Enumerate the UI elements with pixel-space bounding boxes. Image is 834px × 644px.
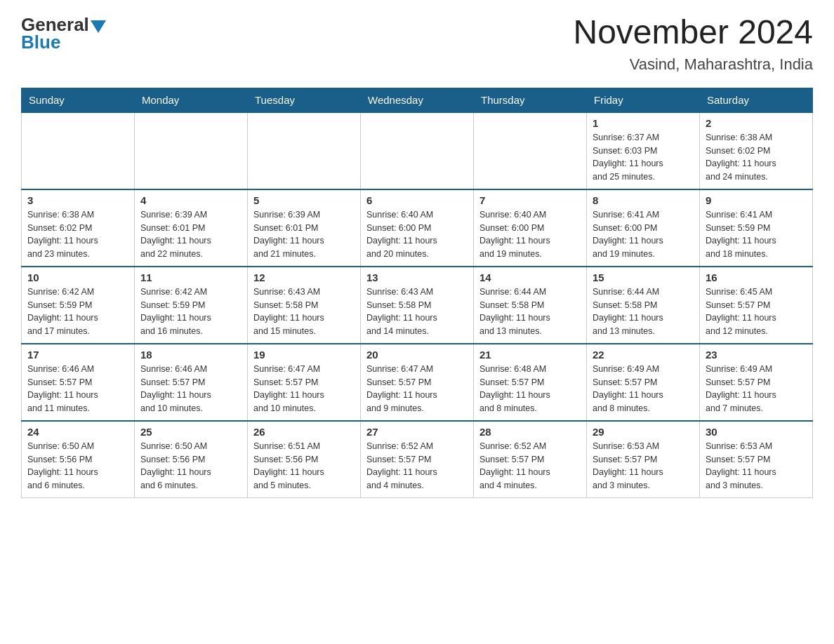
day-number: 10 xyxy=(27,271,128,283)
logo-arrow-icon xyxy=(91,20,106,34)
day-header-monday: Monday xyxy=(135,88,248,112)
day-info: Sunrise: 6:39 AMSunset: 6:01 PMDaylight:… xyxy=(140,210,211,259)
calendar-cell: 28Sunrise: 6:52 AMSunset: 5:57 PMDayligh… xyxy=(474,421,587,498)
day-info: Sunrise: 6:39 AMSunset: 6:01 PMDaylight:… xyxy=(253,210,324,259)
day-info: Sunrise: 6:49 AMSunset: 5:57 PMDaylight:… xyxy=(593,364,663,413)
month-title: November 2024 xyxy=(573,14,813,51)
day-info: Sunrise: 6:52 AMSunset: 5:57 PMDaylight:… xyxy=(366,441,437,490)
day-header-sunday: Sunday xyxy=(22,88,135,112)
day-info: Sunrise: 6:41 AMSunset: 6:00 PMDaylight:… xyxy=(593,210,663,259)
calendar-cell: 11Sunrise: 6:42 AMSunset: 5:59 PMDayligh… xyxy=(135,267,248,344)
calendar-cell: 4Sunrise: 6:39 AMSunset: 6:01 PMDaylight… xyxy=(135,189,248,267)
calendar-cell: 25Sunrise: 6:50 AMSunset: 5:56 PMDayligh… xyxy=(135,421,248,498)
day-number: 21 xyxy=(479,349,581,361)
calendar-cell: 15Sunrise: 6:44 AMSunset: 5:58 PMDayligh… xyxy=(587,267,700,344)
day-info: Sunrise: 6:47 AMSunset: 5:57 PMDaylight:… xyxy=(366,364,437,413)
calendar-cell xyxy=(248,112,361,189)
day-info: Sunrise: 6:50 AMSunset: 5:56 PMDaylight:… xyxy=(27,441,98,490)
day-number: 29 xyxy=(593,426,694,438)
day-info: Sunrise: 6:37 AMSunset: 6:03 PMDaylight:… xyxy=(593,133,663,182)
calendar-cell: 23Sunrise: 6:49 AMSunset: 5:57 PMDayligh… xyxy=(700,344,813,421)
calendar-cell: 19Sunrise: 6:47 AMSunset: 5:57 PMDayligh… xyxy=(248,344,361,421)
day-header-tuesday: Tuesday xyxy=(248,88,361,112)
logo-blue-text: Blue xyxy=(21,32,60,53)
day-number: 12 xyxy=(253,271,355,283)
day-info: Sunrise: 6:50 AMSunset: 5:56 PMDaylight:… xyxy=(140,441,211,490)
calendar-cell: 29Sunrise: 6:53 AMSunset: 5:57 PMDayligh… xyxy=(587,421,700,498)
logo: General Blue xyxy=(21,14,106,53)
calendar-cell: 18Sunrise: 6:46 AMSunset: 5:57 PMDayligh… xyxy=(135,344,248,421)
calendar-cell: 12Sunrise: 6:43 AMSunset: 5:58 PMDayligh… xyxy=(248,267,361,344)
calendar-cell: 8Sunrise: 6:41 AMSunset: 6:00 PMDaylight… xyxy=(587,189,700,267)
days-of-week-row: SundayMondayTuesdayWednesdayThursdayFrid… xyxy=(22,88,813,112)
day-info: Sunrise: 6:40 AMSunset: 6:00 PMDaylight:… xyxy=(479,210,550,259)
day-info: Sunrise: 6:46 AMSunset: 5:57 PMDaylight:… xyxy=(140,364,211,413)
day-info: Sunrise: 6:38 AMSunset: 6:02 PMDaylight:… xyxy=(706,133,776,182)
calendar-cell: 3Sunrise: 6:38 AMSunset: 6:02 PMDaylight… xyxy=(22,189,135,267)
calendar-cell: 5Sunrise: 6:39 AMSunset: 6:01 PMDaylight… xyxy=(248,189,361,267)
day-info: Sunrise: 6:53 AMSunset: 5:57 PMDaylight:… xyxy=(706,441,776,490)
day-number: 17 xyxy=(27,349,128,361)
calendar-week-row: 10Sunrise: 6:42 AMSunset: 5:59 PMDayligh… xyxy=(22,267,813,344)
day-info: Sunrise: 6:45 AMSunset: 5:57 PMDaylight:… xyxy=(706,287,776,336)
day-info: Sunrise: 6:43 AMSunset: 5:58 PMDaylight:… xyxy=(366,287,437,336)
calendar-cell: 6Sunrise: 6:40 AMSunset: 6:00 PMDaylight… xyxy=(361,189,474,267)
day-number: 30 xyxy=(706,426,807,438)
calendar-cell: 10Sunrise: 6:42 AMSunset: 5:59 PMDayligh… xyxy=(22,267,135,344)
calendar-cell: 26Sunrise: 6:51 AMSunset: 5:56 PMDayligh… xyxy=(248,421,361,498)
day-number: 9 xyxy=(706,194,807,206)
day-info: Sunrise: 6:41 AMSunset: 5:59 PMDaylight:… xyxy=(706,210,776,259)
day-number: 14 xyxy=(479,271,581,283)
calendar-table: SundayMondayTuesdayWednesdayThursdayFrid… xyxy=(21,88,813,499)
day-info: Sunrise: 6:42 AMSunset: 5:59 PMDaylight:… xyxy=(140,287,211,336)
day-number: 20 xyxy=(366,349,468,361)
calendar-cell xyxy=(135,112,248,189)
day-info: Sunrise: 6:49 AMSunset: 5:57 PMDaylight:… xyxy=(706,364,776,413)
day-number: 11 xyxy=(140,271,241,283)
calendar-cell: 22Sunrise: 6:49 AMSunset: 5:57 PMDayligh… xyxy=(587,344,700,421)
calendar-cell: 9Sunrise: 6:41 AMSunset: 5:59 PMDaylight… xyxy=(700,189,813,267)
page-header: General Blue November 2024 Vasind, Mahar… xyxy=(21,14,813,74)
day-info: Sunrise: 6:53 AMSunset: 5:57 PMDaylight:… xyxy=(593,441,663,490)
calendar-cell: 2Sunrise: 6:38 AMSunset: 6:02 PMDaylight… xyxy=(700,112,813,189)
day-header-wednesday: Wednesday xyxy=(361,88,474,112)
day-number: 25 xyxy=(140,426,241,438)
day-number: 23 xyxy=(706,349,807,361)
day-number: 19 xyxy=(253,349,355,361)
calendar-cell: 27Sunrise: 6:52 AMSunset: 5:57 PMDayligh… xyxy=(361,421,474,498)
day-info: Sunrise: 6:52 AMSunset: 5:57 PMDaylight:… xyxy=(479,441,550,490)
day-info: Sunrise: 6:46 AMSunset: 5:57 PMDaylight:… xyxy=(27,364,98,413)
day-info: Sunrise: 6:44 AMSunset: 5:58 PMDaylight:… xyxy=(479,287,550,336)
day-info: Sunrise: 6:40 AMSunset: 6:00 PMDaylight:… xyxy=(366,210,437,259)
calendar-cell xyxy=(361,112,474,189)
day-number: 8 xyxy=(593,194,694,206)
day-number: 24 xyxy=(27,426,128,438)
calendar-cell xyxy=(22,112,135,189)
calendar-week-row: 3Sunrise: 6:38 AMSunset: 6:02 PMDaylight… xyxy=(22,189,813,267)
calendar-cell: 7Sunrise: 6:40 AMSunset: 6:00 PMDaylight… xyxy=(474,189,587,267)
day-info: Sunrise: 6:51 AMSunset: 5:56 PMDaylight:… xyxy=(253,441,324,490)
day-number: 16 xyxy=(706,271,807,283)
day-number: 1 xyxy=(593,117,694,129)
day-number: 22 xyxy=(593,349,694,361)
day-number: 15 xyxy=(593,271,694,283)
calendar-cell: 30Sunrise: 6:53 AMSunset: 5:57 PMDayligh… xyxy=(700,421,813,498)
day-info: Sunrise: 6:43 AMSunset: 5:58 PMDaylight:… xyxy=(253,287,324,336)
day-info: Sunrise: 6:42 AMSunset: 5:59 PMDaylight:… xyxy=(27,287,98,336)
day-number: 7 xyxy=(479,194,581,206)
day-info: Sunrise: 6:44 AMSunset: 5:58 PMDaylight:… xyxy=(593,287,663,336)
calendar-week-row: 1Sunrise: 6:37 AMSunset: 6:03 PMDaylight… xyxy=(22,112,813,189)
day-header-friday: Friday xyxy=(587,88,700,112)
calendar-cell: 16Sunrise: 6:45 AMSunset: 5:57 PMDayligh… xyxy=(700,267,813,344)
day-number: 13 xyxy=(366,271,468,283)
calendar-cell: 17Sunrise: 6:46 AMSunset: 5:57 PMDayligh… xyxy=(22,344,135,421)
day-header-thursday: Thursday xyxy=(474,88,587,112)
day-number: 27 xyxy=(366,426,468,438)
day-number: 2 xyxy=(706,117,807,129)
day-number: 26 xyxy=(253,426,355,438)
day-info: Sunrise: 6:48 AMSunset: 5:57 PMDaylight:… xyxy=(479,364,550,413)
calendar-cell: 21Sunrise: 6:48 AMSunset: 5:57 PMDayligh… xyxy=(474,344,587,421)
day-number: 5 xyxy=(253,194,355,206)
calendar-cell: 14Sunrise: 6:44 AMSunset: 5:58 PMDayligh… xyxy=(474,267,587,344)
day-number: 6 xyxy=(366,194,468,206)
